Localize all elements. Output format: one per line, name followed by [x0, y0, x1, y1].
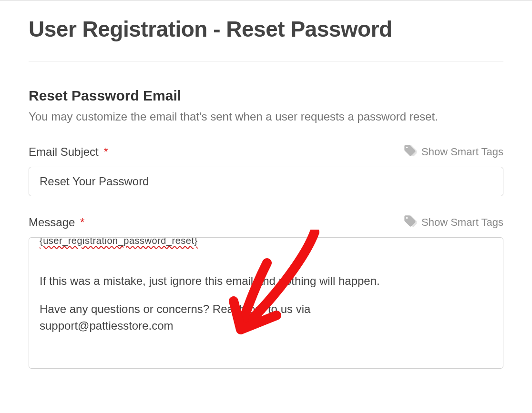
show-smart-tags-link[interactable]: Show Smart Tags — [403, 144, 503, 160]
message-line-2a: Have any questions or concerns? Reach ou… — [40, 302, 310, 315]
show-smart-tags-link[interactable]: Show Smart Tags — [403, 214, 503, 231]
section-title: Reset Password Email — [29, 88, 503, 104]
tags-icon — [403, 214, 417, 231]
message-support-email: support@pattiesstore.com — [40, 319, 174, 332]
message-textarea[interactable]: {user_registration_password_reset} If th… — [29, 237, 503, 369]
message-shortcode: {user_registration_password_reset} — [40, 237, 198, 246]
message-row: Message * Show Smart Tags {user_registra… — [29, 214, 503, 369]
tags-icon — [403, 144, 417, 160]
page-title: User Registration - Reset Password — [29, 16, 503, 42]
email-subject-label-text: Email Subject — [29, 145, 99, 158]
message-line-1: If this was a mistake, just ignore this … — [40, 273, 492, 290]
message-label-text: Message — [29, 216, 75, 229]
email-subject-row: Email Subject * Show Smart Tags — [29, 144, 503, 196]
required-asterisk: * — [80, 216, 84, 229]
email-subject-label: Email Subject * — [29, 145, 108, 159]
show-smart-tags-label: Show Smart Tags — [421, 146, 503, 158]
required-asterisk: * — [103, 145, 108, 158]
section-description: You may customize the email that's sent … — [29, 109, 503, 125]
message-line-2: Have any questions or concerns? Reach ou… — [40, 301, 492, 334]
message-label: Message * — [29, 216, 84, 229]
divider — [29, 61, 503, 61]
email-subject-input[interactable] — [29, 167, 503, 196]
show-smart-tags-label: Show Smart Tags — [421, 216, 503, 229]
